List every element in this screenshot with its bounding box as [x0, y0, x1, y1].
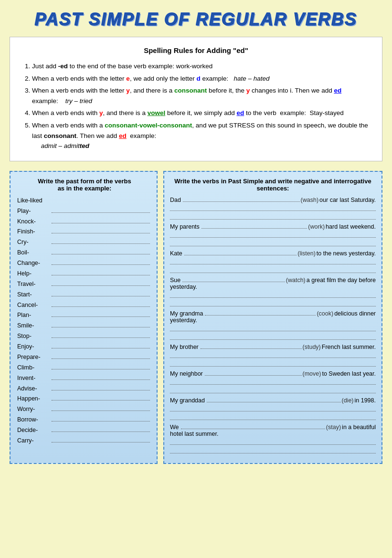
right-exercise-heading: Write the verbs in Past Simple and write… [170, 178, 376, 192]
spelling-rules-list: Just add -ed to the end of the base verb… [21, 61, 371, 151]
left-exercise-heading: Write the past form of the verbs as in t… [17, 178, 152, 192]
spelling-rules-heading: Spelling Rules for Adding "ed" [21, 45, 371, 56]
rule-3: When a verb ends with the letter y, and … [32, 85, 371, 106]
list-item: Start- [17, 290, 152, 300]
list-item: Travel- [17, 279, 152, 290]
list-item: Cry- [17, 237, 152, 248]
rule-2: When a verb ends with the letter e, we a… [32, 74, 371, 84]
list-item: Happen- [17, 394, 152, 404]
sentence-item: My brother (study) French last summer. [170, 344, 376, 367]
sentence-item: Dad (wash) our car last Saturday. [170, 197, 376, 220]
list-item: Plan- [17, 310, 152, 321]
right-exercise-box: Write the verbs in Past Simple and write… [163, 171, 382, 464]
sentence-item: Sue (watch) a great film the day before … [170, 277, 376, 306]
list-item: Borrow- [17, 415, 152, 425]
list-item: Smile- [17, 321, 152, 331]
rule-1: Just add -ed to the end of the base verb… [32, 61, 371, 72]
list-item: Play- [17, 206, 152, 217]
sentence-item: My granddad (die) in 1998. [170, 397, 376, 420]
list-item: Climb- [17, 363, 152, 373]
list-item: Boil- [17, 248, 152, 258]
list-item: Stop- [17, 331, 152, 342]
rule-4: When a verb ends with y, and there is a … [32, 108, 371, 118]
sentence-item: Kate (listen) to the news yesterday. [170, 250, 376, 273]
verb-list: Like-liked Play- Knock- Finish- Cry- Boi… [17, 196, 152, 446]
list-item: Cancel- [17, 300, 152, 311]
exercises-area: Write the past form of the verbs as in t… [10, 171, 382, 464]
list-item: Knock- [17, 217, 152, 227]
list-item: Help- [17, 269, 152, 279]
sentence-item: We (stay) in a beautiful hotel last summ… [170, 424, 376, 453]
list-item: Change- [17, 258, 152, 269]
list-item: Like-liked [17, 196, 152, 206]
list-item: Finish- [17, 227, 152, 237]
sentence-item: My grandma (cook) delicious dinner yeste… [170, 310, 376, 340]
sentence-item: My parents (work) hard last weekend. [170, 223, 376, 246]
rule-5: When a verb ends with a consonant-vowel-… [32, 120, 371, 151]
list-item: Invent- [17, 373, 152, 384]
list-item: Decide- [17, 425, 152, 436]
list-item: Enjoy- [17, 342, 152, 352]
sentence-item: My neighbor (move) to Sweden last year. [170, 370, 376, 393]
list-item: Advise- [17, 384, 152, 394]
spelling-rules-box: Spelling Rules for Adding "ed" Just add … [10, 37, 382, 161]
list-item: Prepare- [17, 352, 152, 363]
left-exercise-box: Write the past form of the verbs as in t… [10, 171, 158, 464]
list-item: Worry- [17, 404, 152, 415]
list-item: Carry- [17, 436, 152, 446]
page-title: PAST SIMPLE OF REGULAR VERBS [10, 10, 382, 30]
